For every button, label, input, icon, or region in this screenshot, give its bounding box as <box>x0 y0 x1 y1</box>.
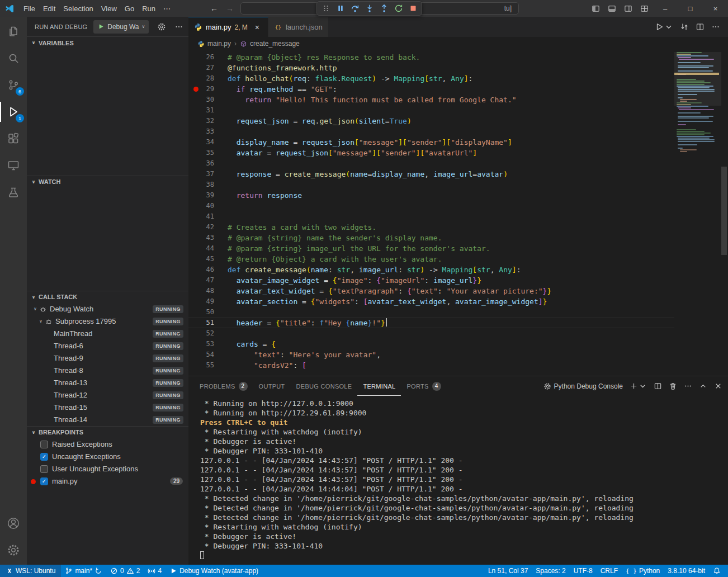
close-icon[interactable]: × <box>252 23 262 32</box>
terminal-profile-dropdown[interactable] <box>639 382 647 390</box>
breakpoint-item[interactable]: ✓Uncaught Exceptions <box>27 451 188 463</box>
layout-sidebar-left-icon[interactable] <box>588 0 604 17</box>
tab-main.py[interactable]: main.py2, M× <box>188 17 268 37</box>
code-line-46[interactable]: 46def create_message(name: str, image_ur… <box>188 264 674 275</box>
panel-tab-problems[interactable]: PROBLEMS2 <box>194 376 253 396</box>
activitybar-source-control[interactable]: 6 <box>0 72 27 98</box>
menu-file[interactable]: File <box>20 4 39 13</box>
line-number[interactable]: 53 <box>188 339 214 349</box>
callstack-item[interactable]: Thread-6RUNNING <box>27 340 188 352</box>
code-line-43[interactable]: 43# @param {string} name the sender's di… <box>188 233 674 243</box>
go-back-icon[interactable]: ← <box>210 4 218 13</box>
line-number[interactable]: 37 <box>188 169 214 179</box>
layout-sidebar-right-icon[interactable] <box>620 0 636 17</box>
encoding[interactable]: UTF-8 <box>570 565 597 577</box>
tab-launch.json[interactable]: {}launch.json <box>268 17 329 37</box>
line-number[interactable]: 51 <box>188 318 214 328</box>
line-number[interactable]: 33 <box>188 126 214 137</box>
line-number[interactable]: 55 <box>188 360 214 371</box>
code-line-49[interactable]: 49 avatar_section = {"widgets": [avatar_… <box>188 296 674 307</box>
callstack-item[interactable]: Thread-15RUNNING <box>27 401 188 414</box>
code-line-55[interactable]: 55 "cardsV2": [ <box>188 360 674 371</box>
code-line-37[interactable]: 37 response = create_message(name=displa… <box>188 169 674 179</box>
code-line-34[interactable]: 34 display_name = request_json["message"… <box>188 137 674 148</box>
layout-panel-icon[interactable] <box>604 0 620 17</box>
menu-view[interactable]: View <box>97 4 121 13</box>
menu-run[interactable]: Run <box>138 4 159 13</box>
line-number[interactable]: 52 <box>188 328 214 339</box>
launch-config-dropdown[interactable]: Debug Wa ∨ <box>93 20 149 34</box>
code-line-33[interactable]: 33 <box>188 126 674 137</box>
line-number[interactable]: 31 <box>188 105 214 116</box>
problems-indicator[interactable]: 02 <box>106 565 144 577</box>
layout-grid-icon[interactable] <box>636 0 653 17</box>
terminal-output[interactable]: * Running on http://127.0.0.1:9000 * Run… <box>188 396 728 565</box>
callstack-item[interactable]: ∨Subprocess 17995RUNNING <box>27 315 188 328</box>
line-number[interactable]: 32 <box>188 116 214 126</box>
breakpoint-item[interactable]: Raised Exceptions <box>27 438 188 451</box>
go-forward-icon[interactable]: → <box>226 4 234 13</box>
split-editor[interactable] <box>696 22 705 31</box>
activitybar-settings[interactable] <box>0 537 27 564</box>
code-line-41[interactable]: 41 <box>188 211 674 222</box>
run-dropdown[interactable] <box>664 22 673 31</box>
line-number[interactable]: 27 <box>188 63 214 73</box>
breakpoint-checkbox[interactable]: ✓ <box>40 477 48 485</box>
code-line-27[interactable]: 27@functions_framework.http <box>188 63 674 73</box>
code-line-35[interactable]: 35 avatar = request_json["message"]["sen… <box>188 148 674 158</box>
code-line-32[interactable]: 32 request_json = req.get_json(silent=Tr… <box>188 116 674 126</box>
panel-tab-debug-console[interactable]: DEBUG CONSOLE <box>291 376 358 396</box>
remote-indicator[interactable]: WSL: Ubuntu <box>0 565 61 577</box>
line-number[interactable]: 42 <box>188 222 214 233</box>
scrollbar-thumb[interactable] <box>721 167 727 255</box>
split-terminal[interactable] <box>654 382 662 390</box>
line-number[interactable]: 30 <box>188 94 214 105</box>
activitybar-accounts[interactable] <box>0 510 27 537</box>
gear-icon[interactable] <box>157 22 166 31</box>
callstack-item[interactable]: Thread-8RUNNING <box>27 365 188 377</box>
callstack-item[interactable]: MainThreadRUNNING <box>27 328 188 340</box>
line-number[interactable]: 47 <box>188 275 214 286</box>
breakpoint-checkbox[interactable]: ✓ <box>40 453 48 461</box>
branch-indicator[interactable]: main* <box>61 565 106 577</box>
step-into-button[interactable] <box>362 2 376 15</box>
code-line-50[interactable]: 50 <box>188 307 674 318</box>
line-number[interactable]: 38 <box>188 179 214 190</box>
line-number[interactable]: 54 <box>188 349 214 360</box>
new-terminal[interactable] <box>630 382 638 390</box>
line-number[interactable]: 50 <box>188 307 214 318</box>
activitybar-extensions[interactable] <box>0 125 27 152</box>
menu-go[interactable]: Go <box>121 4 138 13</box>
eol[interactable]: CRLF <box>597 565 622 577</box>
step-over-button[interactable] <box>348 2 362 15</box>
line-number[interactable]: 36 <box>188 158 214 169</box>
code-line-29[interactable]: 29 if req.method == "GET": <box>188 84 674 94</box>
line-number[interactable]: 45 <box>188 254 214 264</box>
line-number[interactable]: 39 <box>188 190 214 201</box>
menu-selection[interactable]: Selection <box>59 4 97 13</box>
code-line-44[interactable]: 44# @param {string} image_url the URL fo… <box>188 243 674 254</box>
line-number[interactable]: 46 <box>188 264 214 275</box>
more-actions[interactable] <box>711 22 720 31</box>
pause-button[interactable] <box>333 2 347 15</box>
variables-section-header[interactable]: ∨VARIABLES <box>27 36 188 49</box>
maximize-button[interactable]: □ <box>678 0 703 17</box>
panel-tab-output[interactable]: OUTPUT <box>253 376 291 396</box>
breakpoints-section-header[interactable]: ∨BREAKPOINTS <box>27 426 188 438</box>
stop-button[interactable] <box>406 2 420 15</box>
code-line-53[interactable]: 53 cards = { <box>188 339 674 349</box>
code-line-36[interactable]: 36 <box>188 158 674 169</box>
cursor-position[interactable]: Ln 51, Col 37 <box>484 565 532 577</box>
more-actions-icon[interactable] <box>174 22 183 31</box>
callstack-item[interactable]: Thread-9RUNNING <box>27 352 188 365</box>
line-number[interactable]: 40 <box>188 201 214 211</box>
start-debugging-icon[interactable] <box>97 23 105 30</box>
code-line-40[interactable]: 40 <box>188 201 674 211</box>
activitybar-search[interactable] <box>0 45 27 72</box>
minimap-viewport[interactable] <box>674 52 721 106</box>
line-number[interactable]: 34 <box>188 137 214 148</box>
language-mode[interactable]: { }Python <box>622 565 664 577</box>
line-number[interactable]: 28 <box>188 73 214 84</box>
callstack-item[interactable]: Thread-13RUNNING <box>27 377 188 389</box>
line-number[interactable]: 48 <box>188 286 214 296</box>
